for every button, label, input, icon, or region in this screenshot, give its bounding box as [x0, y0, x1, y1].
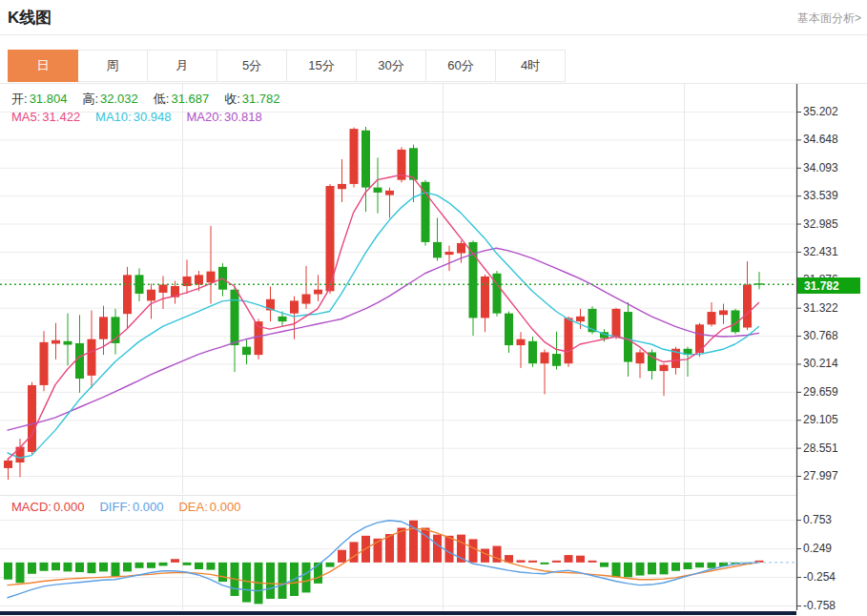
axis-tick-label: 27.997 — [803, 469, 838, 483]
axis-tick-label: 30.214 — [803, 357, 838, 370]
tab-period-0[interactable]: 日 — [8, 50, 78, 82]
axis-tick-label: 32.985 — [803, 217, 838, 231]
tab-period-2[interactable]: 月 — [148, 50, 217, 82]
legend-item: DEA:0.000 — [178, 500, 240, 514]
axis-tick-label: 34.093 — [803, 161, 838, 175]
axis-tick-label: 31.322 — [803, 301, 838, 315]
tab-period-5[interactable]: 30分 — [357, 50, 426, 82]
tab-period-1[interactable]: 周 — [78, 50, 148, 82]
page-title: K线图 — [8, 7, 52, 29]
axis-tick-label: 28.551 — [803, 441, 838, 455]
legend-item: 高:32.032 — [82, 91, 137, 108]
ohlc-legend: 开:31.804高:32.032低:31.687收:31.782 — [11, 91, 280, 108]
axis-tick-label: 0.249 — [803, 542, 832, 555]
axis-tick-label: 32.431 — [803, 245, 838, 258]
tab-period-4[interactable]: 15分 — [287, 50, 357, 82]
legend-item: MA20:30.818 — [186, 110, 261, 124]
current-price-tag: 31.782 — [797, 277, 860, 294]
axis-tick-label: 35.202 — [803, 105, 838, 118]
axis-tick-label: 30.768 — [803, 329, 838, 342]
axis-tick-label: 29.659 — [803, 385, 838, 399]
tabbar-divider — [0, 83, 867, 84]
axis-tick-label: 0.753 — [803, 513, 832, 526]
period-tab-bar: 日周月5分15分30分60分4时 — [8, 50, 566, 82]
axis-tick-label: 34.648 — [803, 133, 838, 146]
axis-tick-label: -0.758 — [803, 599, 836, 612]
legend-item: MACD:0.000 — [11, 500, 84, 514]
macd-legend: MACD:0.000DIFF:0.000DEA:0.000 — [11, 500, 240, 514]
legend-item: DIFF:0.000 — [99, 500, 163, 514]
ma-legend: MA5:31.422MA10:30.948MA20:30.818 — [11, 110, 262, 124]
title-divider — [0, 34, 867, 35]
axis-tick-label: 33.539 — [803, 189, 838, 202]
legend-item: MA5:31.422 — [11, 110, 80, 124]
tab-period-3[interactable]: 5分 — [217, 50, 287, 82]
legend-item: 低:31.687 — [154, 91, 209, 108]
axis-tick-label: 29.105 — [803, 413, 838, 426]
legend-item: 开:31.804 — [11, 91, 67, 108]
legend-item: 收:31.782 — [224, 91, 279, 108]
tab-period-6[interactable]: 60分 — [426, 50, 496, 82]
axis-tick-label: -0.254 — [803, 570, 836, 584]
legend-item: MA10:30.948 — [95, 110, 171, 124]
tab-period-7[interactable]: 4时 — [496, 50, 566, 82]
fundamental-analysis-link[interactable]: 基本面分析> — [797, 10, 861, 27]
kline-widget: K线图 基本面分析> 日周月5分15分30分60分4时 开:31.804高:32… — [0, 0, 867, 616]
